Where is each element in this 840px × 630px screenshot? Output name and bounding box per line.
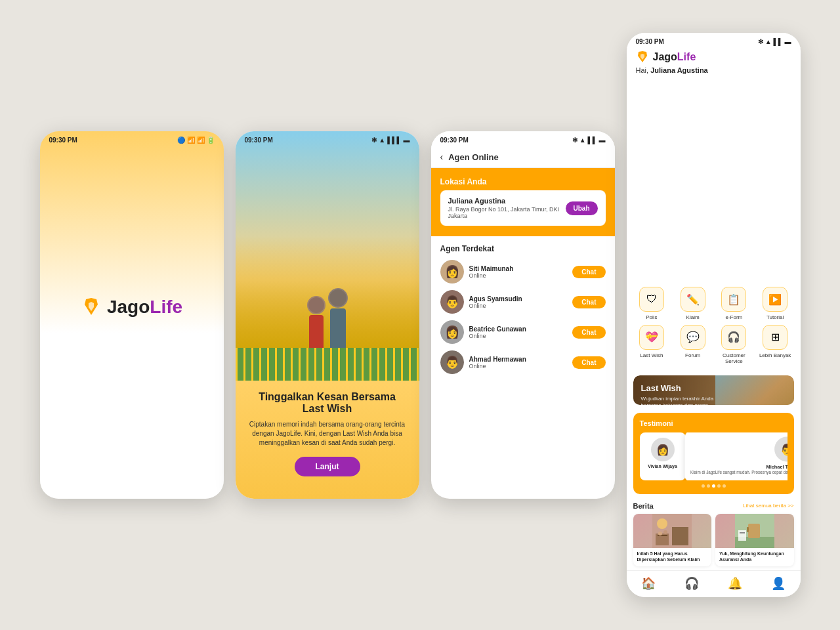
- status-bar-4: 09:30 PM ✻ ▲ ▌▌ ▬: [627, 33, 801, 48]
- menu-cs[interactable]: 🎧 Customer Service: [715, 325, 753, 365]
- agent-status-4: Online: [469, 363, 568, 369]
- agent-name-2: Agus Syamsudin: [469, 295, 568, 303]
- eform-label: e-Form: [725, 314, 742, 321]
- lastwish-label: Last Wish: [640, 352, 663, 359]
- eform-icon: 📋: [721, 287, 746, 312]
- berita-cards: Inilah 5 Hal yang Harus Dipersiapkan Seb…: [633, 514, 794, 566]
- home-icon: 🏠: [641, 576, 656, 591]
- testimoni-section: Testimoni 👩 Vivian Wijaya 👨 Michael Tanu…: [633, 413, 794, 494]
- menu-lastwish[interactable]: 💝 Last Wish: [633, 325, 671, 365]
- status-bar-2: 09:30 PM ✻ ▲ ▌▌▌ ▬: [236, 131, 419, 146]
- agent-info-1: Siti Maimunah Online: [469, 265, 568, 279]
- agent-avatar-1: 👩: [440, 260, 464, 284]
- screens-container: 09:30 PM 🔵 📶 📶 🔋 JagoLife 09:30: [27, 20, 814, 610]
- menu-eform[interactable]: 📋 e-Form: [715, 287, 753, 321]
- agent-item-4: 👨 Ahmad Hermawan Online Chat: [440, 350, 606, 374]
- agent-name-3: Beatrice Gunawan: [469, 326, 568, 333]
- location-card: Lokasi Anda Juliana Agustina Jl. Raya Bo…: [431, 168, 615, 236]
- bluetooth-icon: 🔵: [177, 136, 185, 144]
- onboarding-title: Tinggalkan Kesan Bersama Last Wish: [249, 391, 406, 415]
- status-icons-3: ✻ ▲ ▌▌ ▬: [572, 136, 605, 144]
- testi-avatar-1: 👩: [651, 438, 675, 461]
- svg-point-6: [663, 530, 667, 534]
- svg-rect-12: [740, 532, 745, 533]
- berita-img-2: [715, 514, 794, 548]
- agent-status-3: Online: [469, 333, 568, 339]
- menu-tutorial[interactable]: ▶️ Tutorial: [757, 287, 794, 321]
- svg-rect-13: [740, 534, 745, 534]
- testi-dot-2: [707, 484, 710, 488]
- testi-dot-4: [717, 484, 721, 488]
- time-3: 09:30 PM: [440, 136, 469, 144]
- svg-rect-2: [672, 527, 688, 545]
- agent-page-title: Agen Online: [448, 152, 499, 162]
- agent-name-4: Ahmad Hermawan: [469, 356, 568, 363]
- agent-avatar-4: 👨: [440, 350, 464, 374]
- berita-section: Berita Lihat semua berita >>: [633, 502, 794, 566]
- main-app-inner: 09:30 PM ✻ ▲ ▌▌ ▬ JagoLife Hai,: [627, 33, 801, 597]
- jagolife-logo-icon: [81, 297, 102, 318]
- berita-header: Berita Lihat semua berita >>: [633, 502, 794, 510]
- berita-link[interactable]: Lihat semua berita >>: [743, 503, 793, 509]
- status-bar-3: 09:30 PM ✻ ▲ ▌▌ ▬: [431, 131, 615, 146]
- more-icon: ⊞: [763, 325, 788, 350]
- time-1: 09:30 PM: [49, 136, 77, 144]
- svg-rect-9: [748, 524, 760, 538]
- tutorial-label: Tutorial: [766, 314, 784, 321]
- onboarding-screen: 09:30 PM ✻ ▲ ▌▌▌ ▬: [236, 131, 419, 499]
- banner-bg: Last Wish Wujudkan impian terakhir Anda …: [633, 375, 794, 405]
- bottom-nav: 🏠 🎧 🔔 👤: [627, 570, 801, 597]
- berita-title: Berita: [633, 502, 654, 510]
- location-inner: Juliana Agustina Jl. Raya Bogor No 101, …: [440, 190, 606, 226]
- lastwish-icon: 💝: [639, 325, 664, 350]
- svg-rect-10: [747, 527, 749, 532]
- forum-icon: 💬: [681, 325, 705, 350]
- menu-polis[interactable]: 🛡 Polis: [633, 287, 671, 321]
- app-logo: JagoLife: [636, 51, 791, 64]
- lanjut-button[interactable]: Lanjut: [295, 457, 360, 476]
- app-logo-icon: [636, 51, 649, 64]
- banner-section: Last Wish Wujudkan impian terakhir Anda …: [633, 375, 794, 405]
- testi-dot-5: [723, 484, 726, 488]
- cs-label: Customer Service: [715, 352, 753, 365]
- klaim-label: Klaim: [686, 314, 700, 321]
- berita-card-2[interactable]: Yuk, Menghitung Keuntungan Asuransi Anda: [715, 514, 794, 566]
- berita-img-1: [633, 514, 712, 548]
- banner-desc: Wujudkan impian terakhir Anda bersama ke…: [641, 396, 720, 405]
- status-icons-1: 🔵 📶 📶 🔋: [177, 136, 215, 144]
- more-label: Lebih Banyak: [759, 352, 791, 359]
- time-2: 09:30 PM: [245, 136, 273, 144]
- agent-item-3: 👩 Beatrice Gunawan Online Chat: [440, 320, 606, 344]
- nav-home[interactable]: 🏠: [641, 576, 656, 591]
- menu-forum[interactable]: 💬 Forum: [674, 325, 711, 365]
- support-icon: 🎧: [684, 576, 699, 591]
- agent-top-bar: ‹ Agen Online: [431, 146, 615, 168]
- chat-button-2[interactable]: Chat: [572, 296, 605, 308]
- chat-button-3[interactable]: Chat: [572, 326, 605, 339]
- testimoni-title: Testimoni: [640, 419, 788, 427]
- onboarding-content: Tinggalkan Kesan Bersama Last Wish Cipta…: [236, 381, 419, 499]
- menu-klaim[interactable]: ✏️ Klaim: [674, 287, 711, 321]
- tutorial-icon: ▶️: [763, 287, 788, 312]
- agents-section: Agen Terdekat 👩 Siti Maimunah Online Cha…: [431, 236, 615, 388]
- chat-button-1[interactable]: Chat: [572, 266, 605, 278]
- agent-avatar-2: 👨: [440, 290, 464, 314]
- nav-profile[interactable]: 👤: [771, 576, 786, 591]
- testi-name-2: Michael Tanuharja: [690, 465, 787, 469]
- polis-icon: 🛡: [639, 287, 664, 312]
- testi-dot-3: [712, 484, 715, 488]
- berita-card-1[interactable]: Inilah 5 Hal yang Harus Dipersiapkan Seb…: [633, 514, 712, 566]
- wifi-icon: 📶: [187, 136, 195, 144]
- nav-notif[interactable]: 🔔: [728, 576, 742, 591]
- menu-more[interactable]: ⊞ Lebih Banyak: [757, 325, 794, 365]
- signal-icon: 📶: [197, 136, 205, 144]
- app-logo-text: JagoLife: [653, 51, 696, 63]
- onboarding-desc: Ciptakan memori indah bersama orang-oran…: [249, 420, 406, 448]
- ubah-button[interactable]: Ubah: [566, 201, 598, 215]
- back-icon[interactable]: ‹: [440, 152, 444, 162]
- agent-info-3: Beatrice Gunawan Online: [469, 326, 568, 339]
- splash-screen: 09:30 PM 🔵 📶 📶 🔋 JagoLife: [40, 131, 224, 499]
- nav-support[interactable]: 🎧: [684, 576, 699, 591]
- menu-grid: 🛡 Polis ✏️ Klaim 📋 e-Form ▶️ Tutorial 💝: [627, 280, 801, 371]
- chat-button-4[interactable]: Chat: [572, 356, 605, 369]
